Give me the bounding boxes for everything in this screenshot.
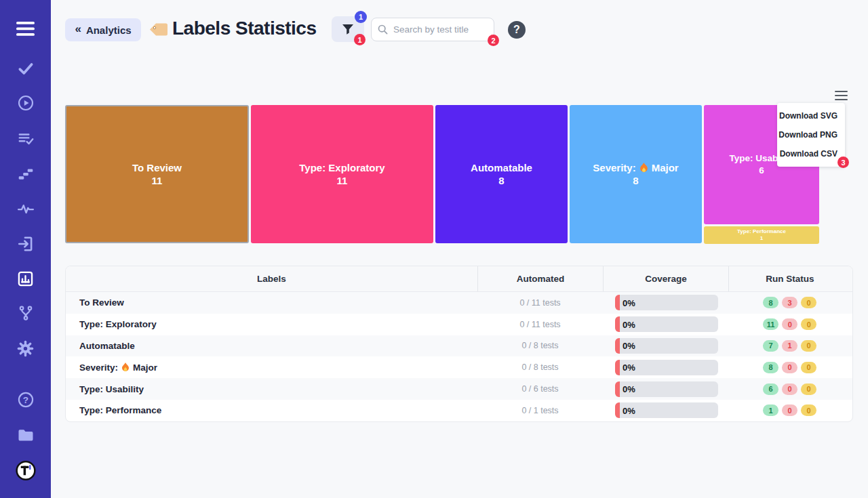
tutorial-step-2-badge: 2: [488, 35, 499, 46]
filter-funnel-icon: [342, 24, 354, 35]
treemap-value: 6: [759, 165, 764, 177]
page-title: Labels Statistics: [172, 18, 316, 39]
menu-item-download-png[interactable]: Download PNG: [777, 125, 845, 144]
table-row[interactable]: Severity: Major 0 / 8 tests 0% 8 0 0: [66, 356, 852, 378]
search-box: [371, 18, 494, 41]
failed-badge: 0: [782, 383, 797, 395]
runs-play-icon[interactable]: [16, 93, 36, 113]
passed-badge: 1: [763, 404, 778, 416]
treemap-label: Automatable: [471, 161, 532, 175]
search-input[interactable]: [371, 18, 494, 41]
fire-icon: [121, 362, 130, 372]
back-button-label: Analytics: [86, 24, 132, 36]
failed-badge: 3: [782, 297, 797, 308]
treemap-value: 11: [152, 174, 163, 188]
passed-badge: 8: [763, 297, 778, 308]
failed-badge: 0: [782, 404, 797, 416]
projects-folder-icon[interactable]: [16, 425, 36, 445]
svg-text:?: ?: [22, 395, 28, 405]
coverage-percent: 0%: [623, 341, 635, 351]
treemap-value: 11: [337, 174, 348, 188]
coverage-bar: 0%: [615, 402, 718, 418]
coverage-percent: 0%: [623, 384, 635, 394]
skipped-badge: 0: [801, 297, 816, 308]
back-chevron-icon: «: [75, 22, 81, 36]
testomat-logo[interactable]: [16, 460, 36, 480]
menu-icon[interactable]: [16, 18, 36, 39]
passed-badge: 6: [763, 383, 778, 395]
failed-badge: 0: [782, 362, 797, 373]
search-icon: [378, 24, 388, 35]
skipped-badge: 0: [801, 318, 816, 330]
coverage-tick: [615, 295, 620, 310]
label-tag-icon: [149, 22, 169, 40]
coverage-tick: [615, 316, 620, 332]
treemap-value: 8: [633, 174, 638, 188]
menu-item-download-csv[interactable]: Download CSV: [777, 144, 845, 163]
test-plans-icon[interactable]: [16, 129, 36, 149]
coverage-percent: 0%: [623, 362, 635, 373]
table-row[interactable]: Type: Performance 0 / 1 tests 0% 1 0 0: [66, 400, 852, 421]
steps-icon[interactable]: [16, 163, 36, 184]
help-circle-icon[interactable]: ?: [16, 390, 36, 410]
coverage-percent: 0%: [623, 319, 635, 329]
skipped-badge: 0: [801, 383, 816, 395]
treemap-value: 8: [498, 174, 504, 188]
coverage-bar: 0%: [615, 338, 718, 354]
automated-count: 0 / 8 tests: [477, 341, 603, 350]
label-name: Automatable: [66, 341, 477, 351]
filter-count-badge: 1: [355, 11, 367, 23]
chart-menu-icon[interactable]: [835, 91, 848, 100]
app-screen: ? « Analytics Labels Statistics 1 1 2 ? …: [0, 0, 868, 498]
label-name: Type: Performance: [66, 405, 477, 415]
treemap-label: To Review: [132, 161, 182, 175]
table-row[interactable]: Type: Usability 0 / 6 tests 0% 6 0 0: [66, 378, 852, 400]
table-row[interactable]: To Review 0 / 11 tests 0% 8 3 0: [66, 292, 852, 314]
label-name: Type: Exploratory: [66, 319, 477, 329]
automated-count: 0 / 11 tests: [477, 320, 603, 329]
coverage-tick: [615, 338, 620, 354]
column-header-labels: Labels: [66, 266, 477, 291]
branches-icon[interactable]: [16, 303, 36, 323]
import-icon[interactable]: [16, 234, 36, 254]
treemap-block-severity-major[interactable]: Severity: Major 8: [570, 105, 702, 243]
tests-check-icon[interactable]: [16, 58, 36, 79]
treemap-block-automatable[interactable]: Automatable 8: [435, 105, 568, 243]
skipped-badge: 0: [801, 404, 816, 416]
analytics-bar-chart-icon[interactable]: [16, 268, 36, 289]
automated-count: 0 / 6 tests: [477, 384, 603, 394]
label-name: Severity:: [79, 362, 118, 373]
label-name: Type: Usability: [66, 384, 477, 394]
label-name: To Review: [66, 297, 477, 308]
table-row[interactable]: Type: Exploratory 0 / 11 tests 0% 11 0 0: [66, 314, 852, 335]
passed-badge: 8: [763, 362, 778, 373]
help-button[interactable]: ?: [508, 21, 526, 39]
table-header-row: Labels Automated Coverage Run Status: [66, 266, 852, 292]
pulse-icon[interactable]: [16, 199, 36, 219]
coverage-bar: 0%: [615, 360, 718, 375]
coverage-tick: [615, 381, 620, 397]
label-name: Major: [133, 362, 157, 373]
automated-count: 0 / 8 tests: [477, 362, 603, 372]
coverage-tick: [615, 360, 620, 375]
treemap-block-type-performance[interactable]: Type: Performance 1: [704, 226, 819, 244]
treemap-label: Type: Exploratory: [299, 161, 384, 175]
tutorial-step-3-badge: 3: [837, 157, 849, 168]
fire-icon: [639, 163, 648, 173]
labels-stats-table: Labels Automated Coverage Run Status To …: [65, 266, 853, 422]
table-row[interactable]: Automatable 0 / 8 tests 0% 7 1 0: [66, 335, 852, 357]
automated-count: 0 / 1 tests: [477, 406, 603, 415]
treemap-label: Severity:: [593, 161, 635, 175]
treemap-block-type-exploratory[interactable]: Type: Exploratory 11: [251, 105, 433, 243]
coverage-percent: 0%: [623, 297, 635, 308]
coverage-bar: 0%: [615, 295, 718, 310]
menu-item-download-svg[interactable]: Download SVG: [777, 106, 845, 125]
skipped-badge: 0: [801, 340, 816, 352]
column-header-run-status: Run Status: [728, 266, 851, 291]
coverage-tick: [615, 402, 620, 418]
treemap-block-to-review[interactable]: To Review 11: [65, 105, 249, 243]
back-to-analytics-button[interactable]: « Analytics: [65, 18, 141, 41]
skipped-badge: 0: [801, 362, 816, 373]
passed-badge: 11: [763, 318, 779, 330]
settings-gear-icon[interactable]: [16, 338, 36, 358]
